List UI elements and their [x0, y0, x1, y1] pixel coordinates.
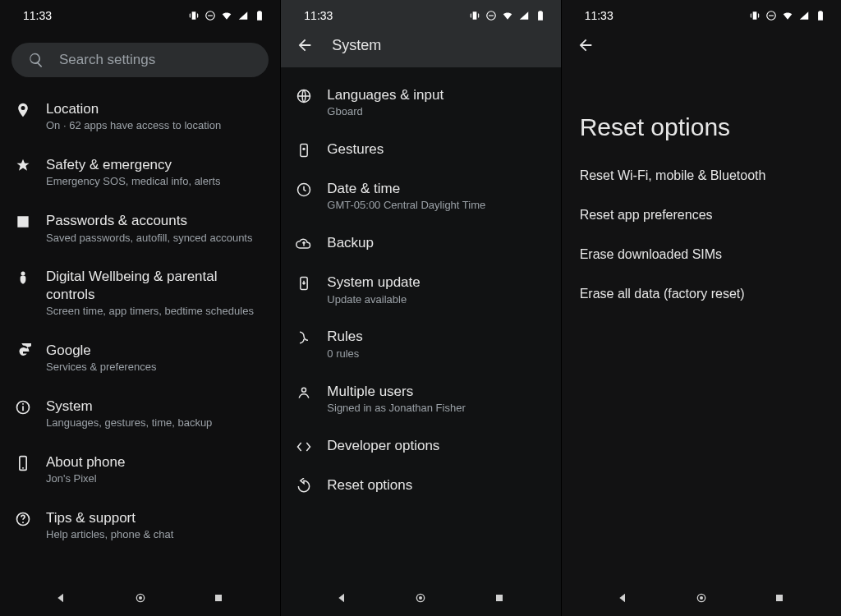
settings-list: Location On · 62 apps have access to loc… — [0, 80, 280, 583]
wellbeing-icon — [15, 268, 31, 286]
svg-rect-7 — [22, 467, 24, 469]
language-icon — [296, 86, 312, 104]
system-row-users[interactable]: Multiple users Signed in as Jonathan Fis… — [281, 372, 560, 426]
search-icon — [28, 52, 44, 68]
reset-options-screen: 11:33 Reset options Reset Wi-Fi, mobile … — [561, 0, 841, 616]
svg-rect-1 — [208, 15, 213, 16]
svg-point-20 — [302, 388, 306, 392]
system-row-languages[interactable]: Languages & input Gboard — [281, 76, 560, 130]
app-bar — [562, 28, 841, 67]
row-title: About phone — [46, 453, 265, 471]
settings-row-location[interactable]: Location On · 62 apps have access to loc… — [0, 89, 280, 145]
row-title: System — [46, 398, 265, 415]
emergency-icon — [15, 156, 31, 174]
dnd-icon — [765, 10, 777, 21]
row-title: Languages & input — [327, 86, 545, 103]
row-title: Tips & support — [46, 509, 265, 526]
row-title: Safety & emergency — [46, 156, 265, 173]
key-icon — [15, 212, 31, 230]
row-title: Rules — [327, 328, 545, 345]
app-bar: System — [281, 28, 560, 67]
svg-point-22 — [419, 596, 422, 600]
nav-home-button[interactable] — [685, 586, 718, 609]
user-icon — [296, 383, 312, 401]
row-title: Date & time — [327, 180, 545, 197]
system-row-rules[interactable]: Rules 0 rules — [281, 317, 560, 371]
reset-option-network[interactable]: Reset Wi-Fi, mobile & Bluetooth — [580, 156, 823, 195]
row-title: Digital Wellbeing & parental controls — [46, 268, 265, 303]
svg-rect-4 — [22, 406, 24, 411]
row-subtitle: Update available — [327, 293, 545, 307]
row-title: System update — [327, 274, 545, 291]
nav-recents-button[interactable] — [202, 586, 235, 609]
battery-icon — [254, 10, 265, 21]
nav-back-button[interactable] — [326, 586, 359, 609]
nav-bar — [281, 583, 560, 616]
settings-row-wellbeing[interactable]: Digital Wellbeing & parental controls Sc… — [0, 256, 280, 329]
system-row-gestures[interactable]: Gestures — [281, 130, 560, 169]
row-subtitle: Jon's Pixel — [46, 472, 265, 486]
settings-row-tips[interactable]: Tips & support Help articles, phone & ch… — [0, 498, 280, 554]
system-row-backup[interactable]: Backup — [281, 223, 560, 263]
settings-row-google[interactable]: Google Services & preferences — [0, 330, 280, 386]
battery-icon — [815, 10, 826, 21]
update-icon — [296, 274, 312, 292]
nav-back-button[interactable] — [45, 586, 78, 609]
nav-back-button[interactable] — [607, 586, 640, 609]
settings-row-about[interactable]: About phone Jon's Pixel — [0, 442, 280, 498]
wifi-icon — [502, 10, 513, 21]
nav-home-button[interactable] — [404, 586, 437, 609]
row-title: Multiple users — [327, 383, 545, 400]
row-title: Passwords & accounts — [46, 212, 265, 229]
back-button[interactable] — [296, 36, 314, 54]
nav-recents-button[interactable] — [763, 586, 796, 609]
battery-icon — [535, 10, 546, 21]
system-row-reset[interactable]: Reset options — [281, 466, 560, 505]
row-title: Backup — [327, 234, 545, 251]
vibrate-icon — [469, 10, 480, 21]
svg-point-17 — [303, 148, 306, 150]
svg-rect-5 — [22, 403, 24, 405]
status-bar: 11:33 — [0, 0, 280, 28]
system-row-update[interactable]: System update Update available — [281, 263, 560, 317]
row-subtitle: Help articles, phone & chat — [46, 528, 265, 542]
row-subtitle: On · 62 apps have access to location — [46, 119, 265, 133]
settings-row-system[interactable]: System Languages, gestures, time, backup — [0, 386, 280, 442]
nav-home-button[interactable] — [124, 586, 157, 609]
rules-icon — [296, 328, 312, 346]
svg-point-11 — [139, 596, 142, 600]
svg-rect-9 — [22, 522, 24, 524]
svg-rect-25 — [769, 15, 774, 16]
search-settings-field[interactable]: Search settings — [11, 43, 269, 77]
row-subtitle: Services & preferences — [46, 361, 265, 375]
back-button[interactable] — [577, 36, 595, 54]
nav-bar — [562, 583, 841, 616]
cell-signal-icon — [518, 10, 530, 21]
svg-rect-14 — [489, 15, 494, 16]
reset-option-erase-sims[interactable]: Erase downloaded SIMs — [580, 235, 823, 274]
page-title-area: Reset options — [562, 67, 841, 153]
status-icons — [469, 10, 546, 21]
reset-option-app-prefs[interactable]: Reset app preferences — [580, 195, 823, 235]
google-icon — [15, 342, 31, 360]
svg-rect-28 — [776, 595, 783, 601]
nav-recents-button[interactable] — [483, 586, 516, 609]
cell-signal-icon — [237, 10, 249, 21]
row-subtitle: Screen time, app timers, bedtime schedul… — [46, 305, 265, 319]
svg-point-27 — [700, 596, 703, 600]
system-row-datetime[interactable]: Date & time GMT-05:00 Central Daylight T… — [281, 169, 560, 223]
settings-row-passwords[interactable]: Passwords & accounts Saved passwords, au… — [0, 200, 280, 256]
page-title: Reset options — [580, 113, 823, 141]
code-icon — [296, 437, 312, 455]
row-subtitle: Languages, gestures, time, backup — [46, 416, 265, 430]
info-icon — [15, 398, 31, 416]
settings-main-screen: 11:33 Search settings Location On · 62 a… — [0, 0, 280, 616]
system-row-developer[interactable]: Developer options — [281, 426, 560, 466]
status-icons — [188, 10, 265, 21]
settings-row-safety[interactable]: Safety & emergency Emergency SOS, medica… — [0, 145, 280, 200]
row-subtitle: Emergency SOS, medical info, alerts — [46, 175, 265, 189]
reset-option-factory[interactable]: Erase all data (factory reset) — [580, 274, 823, 314]
dnd-icon — [485, 10, 497, 21]
gestures-icon — [296, 140, 312, 159]
reset-icon — [296, 476, 312, 494]
